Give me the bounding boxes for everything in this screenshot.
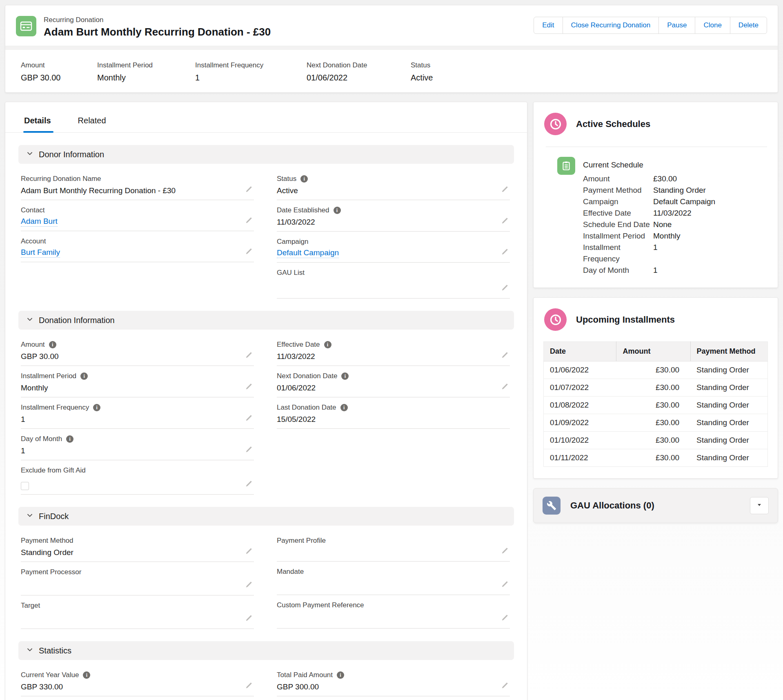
info-icon[interactable] (83, 671, 90, 679)
field-last-donation-date: Last Donation Date 15/05/2022 (277, 397, 510, 429)
schedule-row: Installment Frequency 1 (583, 242, 768, 265)
field-mandate: Mandate (277, 562, 510, 595)
info-icon[interactable] (49, 341, 56, 348)
edit-pencil-icon[interactable] (245, 548, 252, 555)
edit-button[interactable]: Edit (534, 17, 563, 34)
table-row: 01/06/2022 £30.00 Standing Order (544, 361, 768, 379)
field-next-year-value: Next Year Value GBP 360.00 (21, 696, 254, 700)
current-schedule-title: Current Schedule (583, 157, 768, 169)
record-tabs: Details Related (5, 102, 527, 133)
contact-link[interactable]: Adam Burt (21, 217, 58, 227)
section-header-donor-information[interactable]: Donor Information (18, 145, 514, 164)
edit-pencil-icon[interactable] (501, 547, 508, 555)
info-icon[interactable] (300, 175, 308, 183)
edit-pencil-icon[interactable] (245, 446, 252, 453)
field-payment-processor: Payment Processor (21, 562, 254, 595)
edit-pencil-icon[interactable] (245, 186, 252, 193)
close-recurring-donation-button[interactable]: Close Recurring Donation (563, 17, 659, 34)
info-icon[interactable] (324, 341, 331, 348)
details-card: Details Related Donor Information Recurr… (5, 102, 527, 700)
field-status: Status Active (277, 169, 510, 200)
tab-details[interactable]: Details (23, 116, 53, 132)
edit-pencil-icon[interactable] (501, 248, 508, 256)
highlights-panel: Recurring Donation Adam Burt Monthly Rec… (5, 5, 778, 93)
info-icon[interactable] (66, 435, 73, 443)
schedule-row: Payment Method Standing Order (583, 185, 768, 196)
field-effective-date: Effective Date 11/03/2022 (277, 334, 510, 366)
column-header-date: Date (544, 342, 616, 361)
field-current-year-value: Current Year Value GBP 330.00 (21, 665, 254, 696)
field-exclude-from-gift-aid: Exclude from Gift Aid (21, 460, 254, 495)
edit-pencil-icon[interactable] (245, 480, 252, 488)
edit-pencil-icon[interactable] (501, 284, 508, 292)
exclude-from-gift-aid-checkbox[interactable] (21, 482, 29, 490)
field-target: Target (21, 595, 254, 629)
section-donor-information: Donor Information Recurring Donation Nam… (18, 145, 514, 299)
tab-related[interactable]: Related (77, 116, 109, 132)
section-header-statistics[interactable]: Statistics (18, 641, 514, 660)
info-icon[interactable] (80, 372, 88, 380)
edit-pencil-icon[interactable] (501, 682, 508, 689)
gau-allocations-title: GAU Allocations (0) (570, 500, 740, 511)
column-header-payment-method: Payment Method (690, 342, 767, 361)
edit-pencil-icon[interactable] (245, 383, 252, 390)
schedule-row: Installment Period Monthly (583, 230, 768, 242)
table-row: 01/11/2022 £30.00 Standing Order (544, 449, 768, 467)
edit-pencil-icon[interactable] (245, 682, 252, 689)
info-icon[interactable] (334, 207, 341, 214)
divider (546, 147, 767, 147)
edit-pencil-icon[interactable] (245, 217, 252, 224)
edit-pencil-icon[interactable] (501, 614, 508, 622)
field-payment-profile: Payment Profile (277, 531, 510, 562)
field-amount: Amount GBP 30.00 (21, 334, 254, 366)
upcoming-installments-table: Date Amount Payment Method 01/06/2022 £3… (543, 341, 768, 467)
schedule-row: Amount £30.00 (583, 173, 768, 185)
edit-pencil-icon[interactable] (245, 415, 252, 422)
edit-pencil-icon[interactable] (245, 248, 252, 255)
field-total-paid-amount: Total Paid Amount GBP 300.00 (277, 665, 510, 696)
edit-pencil-icon[interactable] (501, 581, 508, 588)
highlight-installment-frequency: Installment Frequency 1 (195, 61, 307, 82)
schedule-row: Schedule End Date None (583, 219, 768, 230)
field-day-of-month: Day of Month 1 (21, 429, 254, 460)
edit-pencil-icon[interactable] (501, 217, 508, 225)
upcoming-installments-panel: Upcoming Installments Date Amount Paymen… (533, 297, 778, 479)
delete-button[interactable]: Delete (730, 17, 767, 34)
highlights-divider (5, 46, 778, 50)
column-header-amount: Amount (616, 342, 690, 361)
section-header-findock[interactable]: FinDock (18, 507, 514, 526)
edit-pencil-icon[interactable] (245, 615, 252, 622)
field-next-donation-date: Next Donation Date 01/06/2022 (277, 366, 510, 397)
clipboard-icon (557, 157, 575, 175)
section-statistics: Statistics Current Year Value GBP 330.00 (18, 641, 514, 700)
gau-allocations-panel: GAU Allocations (0) (533, 488, 778, 523)
edit-pencil-icon[interactable] (501, 352, 508, 359)
campaign-link[interactable]: Default Campaign (277, 248, 339, 258)
clone-button[interactable]: Clone (695, 17, 730, 34)
field-recurring-donation-name: Recurring Donation Name Adam Burt Monthl… (21, 169, 254, 200)
info-icon[interactable] (340, 404, 348, 411)
gau-allocations-dropdown-button[interactable] (750, 497, 769, 514)
field-custom-payment-reference: Custom Payment Reference (277, 595, 510, 629)
table-row: 01/09/2022 £30.00 Standing Order (544, 414, 768, 432)
field-installment-frequency: Installment Frequency 1 (21, 397, 254, 429)
highlight-next-donation-date: Next Donation Date 01/06/2022 (307, 61, 411, 82)
info-icon[interactable] (341, 372, 349, 380)
table-row: 01/07/2022 £30.00 Standing Order (544, 379, 768, 397)
section-header-donation-information[interactable]: Donation Information (18, 311, 514, 330)
edit-pencil-icon[interactable] (245, 352, 252, 359)
edit-pencil-icon[interactable] (245, 581, 252, 589)
field-campaign: Campaign Default Campaign (277, 232, 510, 263)
field-account: Account Burt Family (21, 231, 254, 262)
pause-button[interactable]: Pause (658, 17, 695, 34)
chevron-down-icon (26, 316, 33, 324)
chevron-down-icon (26, 646, 33, 655)
info-icon[interactable] (337, 671, 344, 679)
wrench-icon (543, 497, 561, 515)
account-link[interactable]: Burt Family (21, 248, 60, 258)
edit-pencil-icon[interactable] (501, 383, 508, 390)
field-payment-method: Payment Method Standing Order (21, 531, 254, 562)
info-icon[interactable] (93, 404, 100, 411)
active-schedules-title: Active Schedules (576, 119, 650, 129)
edit-pencil-icon[interactable] (501, 186, 508, 193)
